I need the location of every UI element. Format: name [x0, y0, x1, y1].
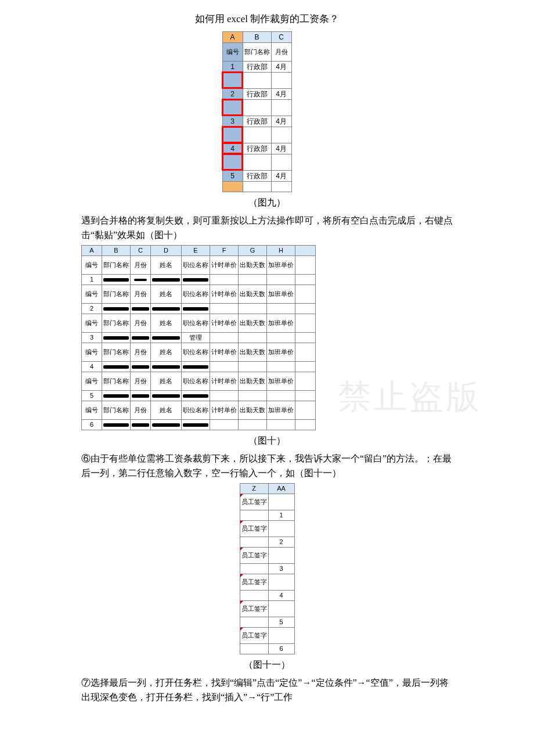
redacted-cell [182, 390, 210, 401]
cell: 4 [268, 590, 294, 600]
figure-9: A B C 编号 部门名称 月份 1 行政部 4月 2 行政部 4月 [81, 31, 453, 192]
cell-label: 员工签字 [240, 494, 268, 510]
paragraph-3: ⑦选择最后一列，打开任务栏，找到“编辑”点击“定位”→“定位条件”→“空值”，最… [81, 675, 453, 705]
col-header-z: Z [240, 483, 268, 494]
col-header: C [131, 245, 151, 255]
col-header-b: B [243, 31, 271, 42]
hdr-cell: 职位名称 [182, 255, 210, 274]
redacted-cell [151, 419, 182, 430]
active-cell [222, 181, 243, 192]
paragraph-1: 遇到合并格的将复制失败，则可重新按以上方法操作即可，将所有空白点击完成后，右键点… [81, 213, 453, 243]
hdr-cell: 姓名 [151, 255, 182, 274]
redacted-cell [151, 303, 182, 314]
cell: 行政部 [243, 143, 271, 154]
highlighted-cell [222, 99, 243, 116]
redacted-cell [151, 274, 182, 285]
cell: 6 [268, 643, 294, 654]
col-header-aa: AA [268, 483, 294, 494]
redacted-cell [131, 390, 151, 401]
hdr-cell: 计时单价 [210, 255, 239, 274]
redacted-cell [151, 361, 182, 372]
redacted-cell [182, 303, 210, 314]
caption-fig9: （图九） [81, 196, 453, 210]
header-cell: 月份 [271, 42, 291, 61]
cell: 3 [222, 116, 243, 127]
cell: 4月 [271, 170, 291, 181]
col-header-c: C [271, 31, 291, 42]
cell-label: 员工签字 [240, 574, 268, 590]
cell: 3 [82, 332, 102, 343]
redacted-cell [131, 419, 151, 430]
cell: 1 [222, 61, 243, 72]
redacted-cell [182, 361, 210, 372]
redacted-cell [102, 332, 131, 343]
redacted-cell [131, 361, 151, 372]
paragraph-2: ⑥由于有些单位需将工资条裁剪下来，所以接下来，我告诉大家一个“留白”的方法。；在… [81, 451, 453, 481]
cell: 行政部 [243, 61, 271, 72]
redacted-cell [131, 303, 151, 314]
cell: 4 [82, 361, 102, 372]
cell: 6 [82, 419, 102, 430]
redacted-cell [102, 419, 131, 430]
col-header: H [267, 245, 295, 255]
hdr-cell: 加班单价 [267, 255, 295, 274]
col-header: F [210, 245, 239, 255]
cell: 行政部 [243, 88, 271, 99]
cell: 4月 [271, 143, 291, 154]
highlighted-cell [222, 72, 243, 88]
caption-fig10: （图十） [81, 434, 453, 448]
col-header: B [102, 245, 131, 255]
redacted-cell [182, 274, 210, 285]
cell: 4月 [271, 88, 291, 99]
cell: 5 [82, 390, 102, 401]
figure-11: Z AA 员工签字 1 员工签字 2 员工签字 3 员工签字 4 员工签字 5 … [81, 483, 453, 654]
col-header: D [151, 245, 182, 255]
page-title: 如何用 excel 制作裁剪的工资条？ [81, 12, 453, 27]
caption-fig11: （图十一） [81, 658, 453, 672]
figure-10: A B C D E F G H 编号 部门名称 月份 姓名 职位名称 计时单价 … [81, 245, 453, 430]
cell: 1 [268, 510, 294, 520]
cell-label: 员工签字 [240, 627, 268, 643]
cell-label: 员工签字 [240, 547, 268, 563]
redacted-cell [151, 332, 182, 343]
cell: 4月 [271, 116, 291, 127]
redacted-cell [102, 303, 131, 314]
highlighted-cell [222, 127, 243, 143]
cell: 4月 [271, 61, 291, 72]
cell: 管理 [182, 332, 210, 343]
cell: 3 [268, 563, 294, 574]
cell: 行政部 [243, 170, 271, 181]
col-header: E [182, 245, 210, 255]
header-cell: 编号 [222, 42, 243, 61]
cell: 2 [82, 303, 102, 314]
redacted-cell [151, 390, 182, 401]
redacted-cell [131, 332, 151, 343]
hdr-cell: 出勤天数 [239, 255, 267, 274]
header-cell: 部门名称 [243, 42, 271, 61]
redacted-cell [131, 274, 151, 285]
col-header: A [82, 245, 102, 255]
cell-label: 员工签字 [240, 520, 268, 537]
cell: 1 [82, 274, 102, 285]
hdr-cell: 部门名称 [102, 255, 131, 274]
cell: 5 [222, 170, 243, 181]
cell-label: 员工签字 [240, 600, 268, 617]
redacted-cell [102, 361, 131, 372]
cell: 4 [222, 143, 243, 154]
redacted-cell [102, 390, 131, 401]
cell: 2 [222, 88, 243, 99]
col-header: G [239, 245, 267, 255]
redacted-cell [102, 274, 131, 285]
cell: 2 [268, 537, 294, 547]
hdr-cell: 编号 [82, 255, 102, 274]
cell: 5 [268, 617, 294, 627]
redacted-cell [182, 419, 210, 430]
hdr-cell: 月份 [131, 255, 151, 274]
col-header-a: A [222, 31, 243, 42]
highlighted-cell [222, 154, 243, 170]
cell: 行政部 [243, 116, 271, 127]
